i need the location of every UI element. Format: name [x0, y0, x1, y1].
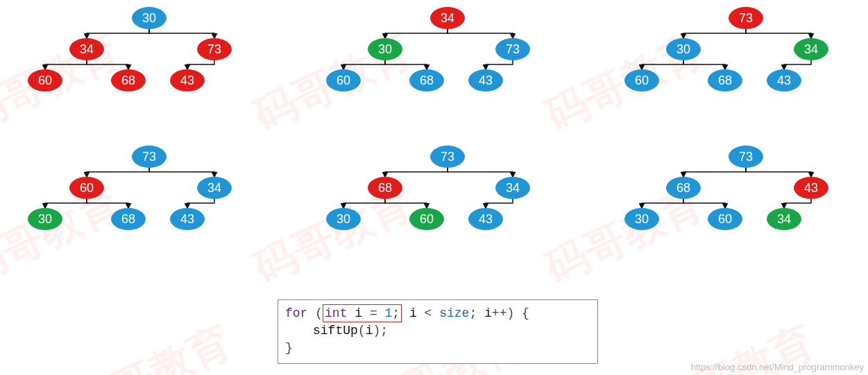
tree-node: 34	[794, 38, 828, 60]
tree-node: 43	[767, 69, 801, 91]
keyword-int: int	[325, 306, 347, 320]
tree-node: 60	[69, 177, 104, 199]
tree-node: 43	[794, 177, 828, 199]
tree-node: 34	[767, 208, 801, 230]
code-snippet: for (int i = 1; i < size; i++) { siftUp(…	[278, 299, 598, 364]
tree-node: 73	[495, 38, 530, 60]
tree-node: 68	[666, 177, 701, 199]
size-ident: size	[439, 306, 469, 320]
tree-node: 73	[729, 146, 763, 168]
tree-node: 34	[197, 177, 232, 199]
code-line-2: siftUp(i);	[285, 322, 590, 339]
code-line-3: }	[285, 340, 590, 356]
footer-watermark: https://blog.csdn.net/Mind_programmonkey	[691, 362, 864, 372]
tree-node: 73	[729, 7, 763, 29]
watermark: 码哥教育	[0, 175, 129, 297]
arg-i: i	[366, 324, 373, 338]
tree-node: 68	[111, 208, 146, 230]
rparen: )	[507, 306, 514, 320]
tree-node: 60	[708, 208, 742, 230]
rbrace: }	[285, 341, 293, 355]
tree-node: 68	[409, 69, 444, 91]
tree-node: 43	[170, 208, 205, 230]
tree-node: 30	[368, 38, 402, 60]
semi1: ;	[392, 306, 400, 320]
watermark: 码哥教育	[648, 314, 823, 375]
semi2: ;	[469, 306, 477, 320]
inc-op: ++	[492, 306, 507, 320]
keyword-for: for	[285, 306, 307, 320]
call-end: );	[373, 324, 388, 338]
tree-node: 30	[132, 7, 167, 29]
tree-node: 73	[430, 146, 465, 168]
tree-node: 30	[666, 38, 701, 60]
watermark: 码哥教育	[0, 23, 129, 144]
tree-node: 73	[132, 146, 167, 168]
fn-siftup: siftUp	[313, 324, 358, 338]
call-lparen: (	[358, 324, 366, 338]
tree-node: 30	[28, 208, 62, 230]
tree-node: 68	[708, 69, 742, 91]
cond-var: i	[409, 306, 417, 320]
tree-node: 60	[326, 69, 361, 91]
lbrace: {	[522, 306, 529, 320]
tree-node: 34	[495, 177, 530, 199]
inc-var: i	[484, 306, 492, 320]
tree-node: 30	[326, 208, 361, 230]
lt: <	[425, 306, 432, 320]
tree-node: 43	[468, 208, 503, 230]
tree-node: 73	[197, 38, 232, 60]
tree-node: 34	[69, 38, 104, 60]
lparen: (	[315, 306, 323, 320]
num-1: 1	[385, 306, 393, 320]
tree-node: 30	[624, 208, 659, 230]
watermark: 码哥教育	[65, 314, 240, 375]
tree-node: 68	[111, 69, 146, 91]
tree-node: 43	[468, 69, 503, 91]
var-i: i	[355, 306, 362, 320]
tree-node: 60	[624, 69, 659, 91]
tree-node: 43	[170, 69, 205, 91]
tree-node: 34	[430, 7, 465, 29]
code-line-1: for (int i = 1; i < size; i++) {	[285, 304, 590, 322]
eq: =	[370, 306, 377, 320]
tree-node: 60	[409, 208, 444, 230]
init-highlight: int i = 1;	[323, 304, 402, 322]
tree-node: 68	[368, 177, 402, 199]
tree-node: 60	[28, 69, 62, 91]
